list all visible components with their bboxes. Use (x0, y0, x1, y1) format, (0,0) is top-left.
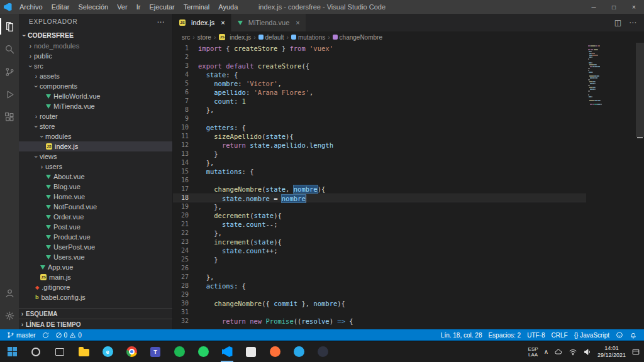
sync-button[interactable] (39, 329, 52, 341)
code-line-23[interactable]: 23 increment(state){ (173, 238, 586, 246)
code-line-3[interactable]: 3export default createStore({ (173, 62, 586, 70)
code-line-9[interactable]: 9 (173, 114, 586, 123)
tab-mitienda.vue[interactable]: MiTienda.vue× (231, 14, 306, 31)
tab-close-icon[interactable]: × (296, 19, 299, 26)
search-icon[interactable] (0, 38, 19, 60)
tree-item-components[interactable]: ›components (19, 81, 172, 91)
code-line-21[interactable]: 21 state.count--; (173, 220, 586, 229)
tree-item-assets[interactable]: ›assets (19, 71, 172, 81)
tree-item-product.vue[interactable]: Product.vue (19, 232, 172, 242)
notifications-button[interactable] (626, 329, 640, 341)
tree-item-.gitignore[interactable]: ◆.gitignore (19, 282, 172, 292)
code-line-1[interactable]: 1import { createStore } from 'vuex' (173, 44, 586, 53)
menu-ayuda[interactable]: Ayuda (214, 0, 242, 14)
section-esquema[interactable]: ›ESQUEMA (19, 308, 172, 319)
account-icon[interactable] (0, 282, 19, 304)
language-indicator[interactable]: ESP LAA (528, 346, 538, 358)
menu-editar[interactable]: Editar (47, 0, 74, 14)
menu-ver[interactable]: Ver (113, 0, 132, 14)
tree-item-src[interactable]: ›src (19, 61, 172, 71)
code-line-29[interactable]: 29 (173, 290, 586, 299)
telegram-icon[interactable] (287, 341, 311, 362)
breadcrumb-src[interactable]: src (182, 34, 190, 41)
views-more-button[interactable]: ⋯ (157, 18, 165, 26)
tree-item-main.js[interactable]: JSmain.js (19, 272, 172, 282)
code-line-10[interactable]: 10 getters: { (173, 123, 586, 132)
tree-item-views[interactable]: ›views (19, 151, 172, 162)
branch-indicator[interactable]: master (4, 329, 39, 341)
code-line-8[interactable]: 8 }, (173, 106, 586, 114)
section-linea-de-tiempo[interactable]: ›LÍNEA DE TIEMPO (19, 319, 172, 329)
scrollbar-slider[interactable] (636, 43, 644, 137)
capcut-icon[interactable] (239, 341, 263, 362)
indentation-setting[interactable]: Espacios: 2 (485, 329, 524, 341)
breadcrumb-changenombre[interactable]: changeNombre (333, 34, 382, 41)
tree-item-index.js[interactable]: JSindex.js (19, 141, 172, 151)
menu-seleccion[interactable]: Selección (74, 0, 113, 14)
tree-item-babel.config.js[interactable]: bbabel.config.js (19, 292, 172, 302)
project-section-header[interactable]: › CODERSFREE (19, 30, 172, 41)
code-line-5[interactable]: 5 nombre: 'Victor', (173, 79, 586, 88)
chrome-icon[interactable] (119, 341, 143, 362)
task-view-icon[interactable] (48, 341, 72, 362)
language-mode[interactable]: {} JavaScript (571, 329, 613, 341)
tree-item-users.vue[interactable]: Users.vue (19, 252, 172, 262)
tree-item-users[interactable]: ›users (19, 162, 172, 172)
feedback-button[interactable] (613, 329, 626, 341)
source-control-icon[interactable] (0, 60, 19, 83)
editor-scrollbar[interactable] (636, 43, 644, 329)
taskbar-clock[interactable]: 14:01 29/12/2021 (597, 345, 626, 359)
tree-item-userpost.vue[interactable]: UserPost.vue (19, 242, 172, 252)
code-line-11[interactable]: 11 sizeApellido(state){ (173, 132, 586, 141)
volume-icon[interactable] (583, 348, 592, 356)
code-line-19[interactable]: 19 }, (173, 202, 586, 211)
tree-item-app.vue[interactable]: App.vue (19, 262, 172, 272)
vscode-icon[interactable] (215, 341, 239, 362)
eol-setting[interactable]: CRLF (548, 329, 571, 341)
breadcrumb-mutations[interactable]: mutations (291, 34, 325, 41)
start-button[interactable] (0, 341, 24, 362)
tree-item-blog.vue[interactable]: Blog.vue (19, 182, 172, 192)
menu-ejecutar[interactable]: Ejecutar (145, 0, 179, 14)
code-line-14[interactable]: 14 }, (173, 158, 586, 167)
code-line-15[interactable]: 15 mutations: { (173, 167, 586, 176)
tree-item-mitienda.vue[interactable]: MiTienda.vue (19, 101, 172, 111)
spotify-icon[interactable] (167, 341, 191, 362)
search-icon[interactable] (24, 341, 48, 362)
menu-archivo[interactable]: Archivo (15, 0, 47, 14)
problems-indicator[interactable]: 0 0 (52, 329, 85, 341)
breadcrumb-store[interactable]: store (197, 34, 211, 41)
tab-close-icon[interactable]: × (221, 19, 225, 26)
tree-item-home.vue[interactable]: Home.vue (19, 192, 172, 202)
tree-item-modules[interactable]: ›modules (19, 131, 172, 141)
obs-icon[interactable] (311, 341, 335, 362)
code-line-13[interactable]: 13 } (173, 150, 586, 158)
code-line-30[interactable]: 30 changeNombre({ commit }, nombre){ (173, 299, 586, 308)
close-button[interactable]: × (624, 0, 644, 14)
tree-item-node-modules[interactable]: ›node_modules (19, 41, 172, 51)
tree-item-public[interactable]: ›public (19, 51, 172, 61)
minimap[interactable] (588, 45, 635, 105)
code-line-16[interactable]: 16 (173, 176, 586, 185)
code-line-27[interactable]: 27 }, (173, 273, 586, 282)
minimize-button[interactable]: ─ (584, 0, 604, 14)
onedrive-cloud-icon[interactable] (554, 348, 563, 356)
code-line-20[interactable]: 20 decrement(state){ (173, 211, 586, 220)
firefox-icon[interactable] (263, 341, 287, 362)
action-center-icon[interactable] (631, 348, 640, 356)
teams-icon[interactable]: T (143, 341, 167, 362)
code-line-26[interactable]: 26 (173, 264, 586, 273)
edge-icon[interactable]: e (96, 341, 119, 362)
split-editor-button[interactable]: ◫ (614, 18, 621, 27)
tray-chevron-up-icon[interactable]: ∧ (544, 348, 548, 355)
file-explorer-icon[interactable] (72, 341, 96, 362)
code-line-31[interactable]: 31 (173, 308, 586, 317)
whatsapp-icon[interactable] (191, 341, 215, 362)
tree-item-order.vue[interactable]: Order.vue (19, 212, 172, 222)
code-line-4[interactable]: 4 state: { (173, 70, 586, 79)
menu-ir[interactable]: Ir (132, 0, 145, 14)
settings-gear-icon[interactable] (0, 304, 19, 327)
code-editor[interactable]: 1import { createStore } from 'vuex'23exp… (173, 43, 644, 329)
tree-item-about.vue[interactable]: About.vue (19, 172, 172, 182)
explorer-icon[interactable] (0, 15, 19, 38)
